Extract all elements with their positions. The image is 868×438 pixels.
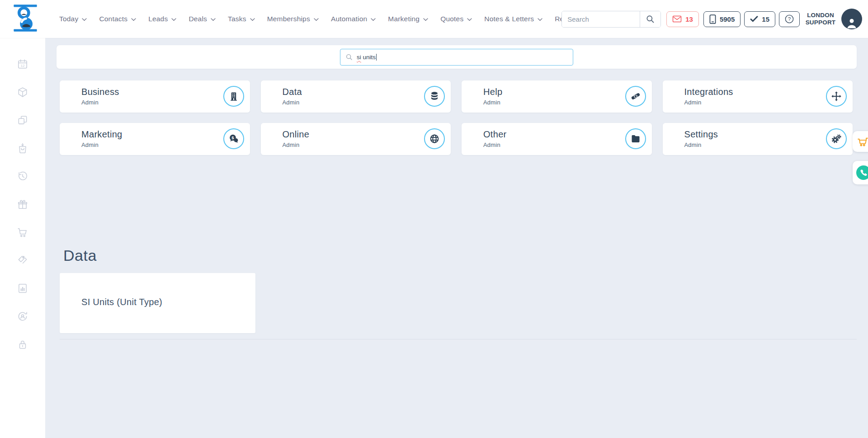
category-card-marketing[interactable]: Marketing Admin $ <box>60 123 250 155</box>
hourglass-logo[interactable] <box>13 4 38 33</box>
nav-label: Leads <box>148 15 168 23</box>
chevron-down-icon <box>250 18 255 21</box>
nav-label: Tasks <box>228 15 246 23</box>
history-icon[interactable] <box>17 170 28 182</box>
gears-icon <box>826 128 847 149</box>
nav-label: Notes & Letters <box>484 15 534 23</box>
section-divider <box>60 339 857 339</box>
move-arrows-icon <box>826 86 847 107</box>
chevron-down-icon <box>171 18 176 21</box>
package-icon[interactable] <box>17 86 28 98</box>
duplicate-icon[interactable] <box>17 114 28 126</box>
category-card-other[interactable]: Other Admin <box>462 123 652 155</box>
gift-icon[interactable] <box>17 198 28 210</box>
nav-item-contacts[interactable]: Contacts <box>99 15 136 23</box>
nav-label: Contacts <box>99 15 127 23</box>
phone-widget[interactable] <box>853 161 868 184</box>
cart-icon[interactable] <box>17 226 28 238</box>
topbar-right-controls: 13 5905 15 ? LONDON SUPPORT <box>561 0 862 38</box>
chevron-down-icon <box>314 18 319 21</box>
globe-icon <box>424 128 445 149</box>
main-content: si units Business Admin Data Admin Help <box>45 38 868 438</box>
global-search <box>561 11 661 28</box>
chevron-down-icon <box>371 18 376 21</box>
chat-dollar-icon: $ <box>223 128 244 149</box>
main-navigation: Today Contacts Leads Deals Tasks Members… <box>59 0 616 38</box>
question-icon: ? <box>784 14 794 24</box>
nav-item-quotes[interactable]: Quotes <box>440 15 472 23</box>
admin-search-input[interactable]: si units <box>340 49 573 66</box>
chevron-down-icon <box>423 18 428 21</box>
search-button[interactable] <box>640 11 660 27</box>
nav-item-automation[interactable]: Automation <box>331 15 376 23</box>
left-sidebar: 12 <box>0 38 45 438</box>
result-label: SI Units (Unit Type) <box>81 297 162 307</box>
account-sync-icon[interactable] <box>17 311 28 322</box>
chevron-down-icon <box>467 18 472 21</box>
nav-label: Automation <box>331 15 367 23</box>
nav-label: Deals <box>189 15 207 23</box>
handshake-icon <box>625 86 646 107</box>
avatar[interactable] <box>841 9 862 29</box>
mail-badge[interactable]: 13 <box>666 11 699 27</box>
chevron-down-icon <box>82 18 87 21</box>
nav-label: Today <box>59 15 78 23</box>
nav-item-marketing[interactable]: Marketing <box>388 15 428 23</box>
tasks-badge[interactable]: 15 <box>744 11 775 27</box>
app-root: Today Contacts Leads Deals Tasks Members… <box>0 0 868 438</box>
category-card-settings[interactable]: Settings Admin <box>663 123 853 155</box>
chevron-down-icon <box>211 18 216 21</box>
building-icon <box>223 86 244 107</box>
cart-icon <box>856 135 868 148</box>
envelope-icon <box>672 15 682 23</box>
nav-item-deals[interactable]: Deals <box>189 15 216 23</box>
admin-category-grid: Business Admin Data Admin Help Admin <box>60 80 853 155</box>
svg-text:?: ? <box>788 16 791 22</box>
chevron-down-icon <box>538 18 542 21</box>
chevron-down-icon <box>131 18 136 21</box>
global-search-input[interactable] <box>562 11 640 27</box>
search-icon <box>646 15 655 24</box>
tasks-count: 15 <box>762 15 769 23</box>
calendar-icon[interactable]: 12 <box>17 58 28 70</box>
nav-label: Memberships <box>267 15 310 23</box>
category-card-business[interactable]: Business Admin <box>60 80 250 113</box>
category-card-help[interactable]: Help Admin <box>462 80 652 113</box>
nav-label: Marketing <box>388 15 420 23</box>
mobile-icon <box>709 14 716 24</box>
check-icon <box>750 16 758 22</box>
search-icon <box>346 54 353 61</box>
folder-icon <box>625 128 646 149</box>
results-section-heading: Data <box>63 247 97 264</box>
svg-text:12: 12 <box>20 64 25 68</box>
phone-icon <box>856 165 868 180</box>
help-badge[interactable]: ? <box>779 11 800 27</box>
person-icon <box>845 16 859 29</box>
nav-item-today[interactable]: Today <box>59 15 87 23</box>
admin-search-value: si units <box>357 54 377 61</box>
phone-badge[interactable]: 5905 <box>703 11 741 27</box>
cart-widget[interactable] <box>853 131 868 152</box>
category-card-integrations[interactable]: Integrations Admin <box>663 80 853 113</box>
nav-item-tasks[interactable]: Tasks <box>228 15 255 23</box>
tags-icon[interactable] <box>17 254 28 266</box>
shopping-bag-icon[interactable] <box>17 142 28 154</box>
nav-label: Quotes <box>440 15 463 23</box>
svg-text:$: $ <box>231 135 234 140</box>
nav-item-notes-letters[interactable]: Notes & Letters <box>484 15 542 23</box>
report-icon[interactable] <box>17 283 28 294</box>
lock-icon[interactable] <box>17 339 28 350</box>
nav-item-leads[interactable]: Leads <box>148 15 176 23</box>
mail-count: 13 <box>685 15 693 23</box>
result-item-si-units[interactable]: SI Units (Unit Type) <box>60 273 255 333</box>
text-caret <box>376 54 377 61</box>
user-name[interactable]: LONDON SUPPORT <box>803 12 838 26</box>
admin-search-panel: si units <box>57 45 857 69</box>
top-bar: Today Contacts Leads Deals Tasks Members… <box>0 0 868 38</box>
category-card-online[interactable]: Online Admin <box>261 123 451 155</box>
database-icon <box>424 86 445 107</box>
nav-item-memberships[interactable]: Memberships <box>267 15 319 23</box>
category-card-data[interactable]: Data Admin <box>261 80 451 113</box>
phone-count: 5905 <box>720 15 735 23</box>
